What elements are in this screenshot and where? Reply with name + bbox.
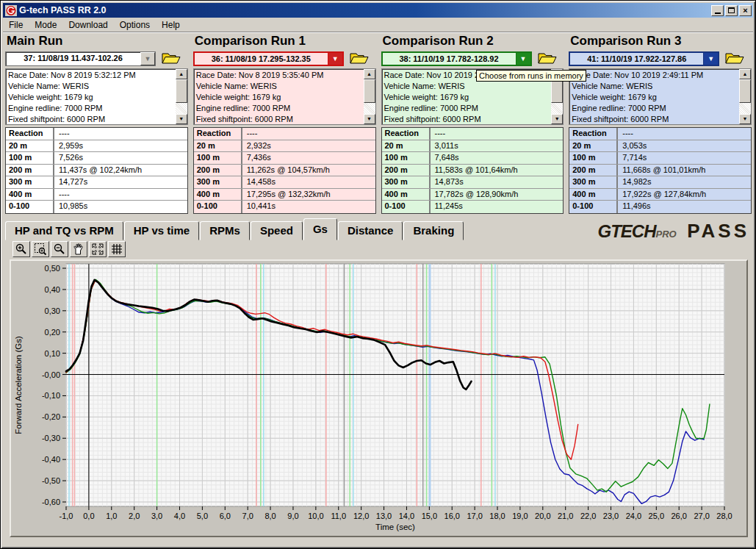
run-info-box[interactable]: Race Date: Nov 8 2019 5:32:12 PMVehicle … — [5, 68, 188, 125]
x-tick-label: 10,0 — [308, 512, 323, 520]
split-times-table: Reaction----20 m2,959s100 m7,526s200 m11… — [5, 127, 188, 214]
tab-gs[interactable]: Gs — [303, 218, 337, 240]
gs-chart[interactable]: -1,00,01,02,03,04,05,06,07,08,09,010,011… — [11, 261, 745, 534]
close-button[interactable]: × — [739, 5, 752, 16]
run-panel-2: Comparison Run 2 38: 11/10/19 17.782-128… — [381, 33, 564, 217]
grid-toggle-button[interactable] — [108, 241, 126, 257]
minimize-button[interactable] — [711, 5, 724, 16]
split-label: 0-100 — [382, 201, 431, 213]
info-line: Vehicle weight: 1679 kg — [572, 92, 738, 103]
load-run-folder-button[interactable] — [724, 51, 746, 67]
y-tick-label: -0,20 — [42, 412, 60, 421]
table-row: 400 m17,782s @ 128,90km/h — [382, 189, 564, 201]
zoom-out-button[interactable] — [51, 241, 68, 257]
table-row: 300 m14,727s — [6, 176, 187, 189]
tab-rpms[interactable]: RPMs — [200, 221, 250, 240]
maximize-button[interactable] — [725, 5, 738, 16]
run-info-box[interactable]: Race Date: Nov 8 2019 5:35:40 PMVehicle … — [193, 68, 376, 125]
chart-tabs: HP and TQ vs RPMHP vs timeRPMsSpeedGsDis… — [5, 218, 751, 241]
chart-area[interactable]: -1,00,01,02,03,04,05,06,07,08,09,010,011… — [10, 259, 748, 537]
info-line: Race Date: Nov 8 2019 5:32:12 PM — [8, 70, 174, 81]
load-run-folder-button[interactable] — [160, 51, 182, 67]
scroll-down-icon[interactable]: ▼ — [739, 114, 751, 124]
table-row: 200 m11,583s @ 101,64km/h — [382, 165, 564, 177]
chevron-down-icon[interactable]: ▼ — [703, 53, 718, 65]
split-label: Reaction — [569, 128, 618, 140]
scroll-thumb[interactable] — [551, 79, 563, 103]
scroll-down-icon[interactable]: ▼ — [364, 114, 375, 124]
combo-tooltip: Choose from runs in memory — [476, 70, 586, 82]
tab-hp-and-tq-vs-rpm[interactable]: HP and TQ vs RPM — [5, 221, 123, 240]
scroll-up-icon[interactable]: ▲ — [176, 69, 187, 79]
tab-braking[interactable]: Braking — [403, 221, 464, 240]
panel-title: Comparison Run 2 — [381, 33, 564, 51]
split-label: 200 m — [382, 165, 431, 176]
split-value: 14,873s — [431, 176, 564, 188]
load-run-folder-button[interactable] — [536, 51, 558, 67]
info-line: Vehicle Name: WERIS — [572, 81, 738, 92]
run-select-combobox[interactable]: 41: 11/10/19 17.922-127.86 ▼ — [569, 51, 719, 66]
title-bar[interactable]: G-tech PASS RR 2.0 × — [3, 3, 753, 18]
y-tick-label: -0,40 — [42, 455, 60, 464]
menu-item-help[interactable]: Help — [156, 18, 186, 32]
scroll-thumb[interactable] — [176, 79, 187, 103]
split-value: 11,262s @ 104,57km/h — [242, 165, 375, 176]
split-value: 11,496s — [618, 201, 751, 213]
split-value: ---- — [54, 128, 187, 140]
chevron-down-icon[interactable]: ▼ — [516, 53, 530, 65]
table-row: Reaction---- — [194, 128, 375, 140]
chevron-down-icon[interactable]: ▼ — [140, 52, 155, 65]
run-select-combobox[interactable]: 36: 11/08/19 17.295-132.35 ▼ — [193, 51, 344, 66]
zoom-in-button[interactable] — [12, 241, 30, 257]
x-tick-label: 8,0 — [264, 512, 276, 520]
run-info-text: Race Date: Nov 10 2019 2:49:11 PMVehicle… — [572, 70, 738, 125]
tab-hp-vs-time[interactable]: HP vs time — [124, 221, 199, 240]
table-row: 100 m7,714s — [569, 152, 751, 165]
scroll-thumb[interactable] — [739, 79, 751, 103]
scroll-down-icon[interactable]: ▼ — [176, 114, 187, 124]
menu-item-mode[interactable]: Mode — [29, 18, 62, 32]
x-tick-label: 1,0 — [106, 512, 117, 520]
table-row: 200 m11,262s @ 104,57km/h — [194, 165, 375, 177]
load-run-folder-button[interactable] — [348, 51, 370, 67]
run-select-value: 36: 11/08/19 17.295-132.35 — [195, 53, 328, 65]
run-select-combobox[interactable]: 37: 11/08/19 11.437-102.26 ▼ — [5, 51, 156, 66]
folder-icon — [537, 51, 558, 65]
run-info-box[interactable]: Race Date: Nov 10 2019 2:49:11 PMVehicle… — [569, 68, 752, 125]
panel-title: Comparison Run 1 — [193, 33, 376, 51]
table-row: Reaction---- — [6, 128, 187, 140]
scroll-up-icon[interactable]: ▲ — [364, 69, 375, 79]
info-scrollbar[interactable]: ▲ ▼ — [176, 69, 187, 124]
split-label: 300 m — [194, 176, 242, 188]
info-line: Fixed shiftpoint: 6000 RPM — [384, 114, 550, 125]
chevron-down-icon[interactable]: ▼ — [328, 53, 342, 65]
minimize-icon — [715, 12, 721, 14]
split-label: 200 m — [569, 165, 618, 176]
scroll-down-icon[interactable]: ▼ — [551, 114, 563, 124]
info-line: Vehicle Name: WERIS — [196, 81, 362, 92]
plot-background[interactable] — [66, 264, 724, 506]
x-tick-label: 15,0 — [422, 512, 437, 520]
scroll-up-icon[interactable]: ▲ — [739, 69, 751, 79]
split-value: 7,648s — [431, 152, 564, 164]
x-tick-label: 23,0 — [603, 512, 619, 520]
y-tick-label: 0,50 — [45, 264, 60, 273]
zoom-region-button[interactable] — [32, 241, 49, 257]
info-scrollbar[interactable]: ▲ ▼ — [739, 69, 751, 124]
scroll-thumb[interactable] — [364, 79, 375, 103]
menu-item-file[interactable]: File — [3, 18, 29, 32]
table-row: 300 m14,873s — [382, 176, 564, 189]
maximize-icon — [728, 7, 735, 13]
menu-item-download[interactable]: Download — [62, 18, 113, 32]
tab-speed[interactable]: Speed — [251, 221, 303, 240]
zoom-fit-button[interactable] — [89, 241, 107, 257]
tab-distance[interactable]: Distance — [338, 221, 403, 240]
run-select-combobox[interactable]: 38: 11/10/19 17.782-128.92 ▼ — [381, 51, 532, 66]
info-scrollbar[interactable]: ▲ ▼ — [364, 69, 375, 124]
table-row: 200 m11,668s @ 101,01km/h — [569, 165, 751, 177]
menu-item-options[interactable]: Options — [114, 18, 156, 32]
split-label: 400 m — [569, 189, 618, 201]
run-selector-row: 36: 11/08/19 17.295-132.35 ▼ — [193, 51, 376, 67]
info-line: Vehicle weight: 1679 kg — [196, 92, 362, 103]
pan-button[interactable] — [70, 241, 87, 257]
